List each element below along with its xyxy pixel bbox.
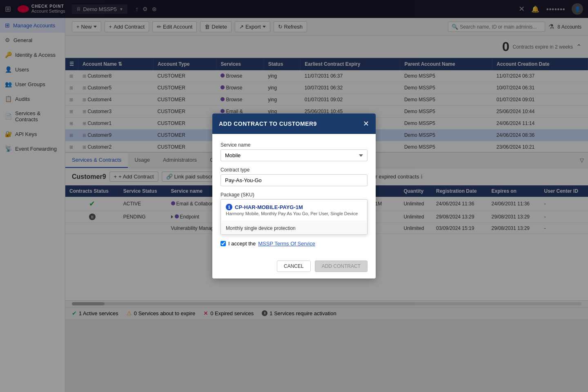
package-item[interactable]: ℹ CP-HAR-MOBILE-PAYG-1M Harmony Mobile, … xyxy=(221,200,367,220)
package-item-desc: Harmony Mobile, Monthly Pay As You Go, P… xyxy=(226,211,362,216)
terms-row: I accept the MSSP Terms Of Service xyxy=(220,241,368,247)
contract-type-group: Contract type xyxy=(220,167,368,186)
dropdown-divider xyxy=(221,221,367,221)
package-item-title: ℹ CP-HAR-MOBILE-PAYG-1M xyxy=(226,204,362,210)
service-name-select[interactable]: Mobile xyxy=(220,149,368,161)
cancel-button[interactable]: CANCEL xyxy=(277,261,311,272)
terms-checkbox[interactable] xyxy=(220,241,226,246)
package-label: Package (SKU) xyxy=(220,192,368,198)
contract-type-label: Contract type xyxy=(220,167,368,173)
terms-text: I accept the xyxy=(228,241,256,247)
package-item-sub[interactable]: Monthly single device protection xyxy=(221,222,367,234)
service-name-group: Service name Mobile xyxy=(220,142,368,161)
contract-type-input[interactable] xyxy=(220,174,368,186)
terms-link[interactable]: MSSP Terms Of Service xyxy=(258,241,315,247)
service-name-label: Service name xyxy=(220,142,368,148)
modal-body: Service name Mobile Contract type Packag… xyxy=(212,134,376,256)
modal-overlay: ADD CONTRACT TO CUSTOMER9 ✕ Service name… xyxy=(0,0,588,392)
modal-title: ADD CONTRACT TO CUSTOMER9 xyxy=(219,120,317,127)
modal-close-button[interactable]: ✕ xyxy=(363,119,369,128)
info-circle-icon: ℹ xyxy=(226,204,232,210)
modal-header: ADD CONTRACT TO CUSTOMER9 ✕ xyxy=(212,114,376,134)
package-group: Package (SKU) ℹ CP-HAR-MOBILE-PAYG-1M Ha… xyxy=(220,192,368,235)
package-dropdown: ℹ CP-HAR-MOBILE-PAYG-1M Harmony Mobile, … xyxy=(220,199,368,235)
add-contract-submit-button[interactable]: ADD CONTRACT xyxy=(315,261,368,272)
add-contract-modal: ADD CONTRACT TO CUSTOMER9 ✕ Service name… xyxy=(212,114,376,278)
modal-footer: CANCEL ADD CONTRACT xyxy=(212,256,376,278)
